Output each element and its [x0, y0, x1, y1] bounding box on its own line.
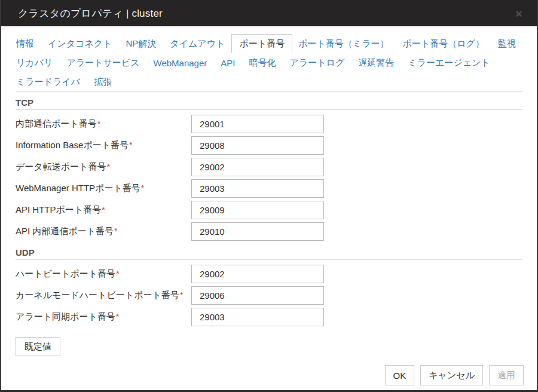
ok-button[interactable]: OK [385, 365, 415, 385]
field-label: ハートビートポート番号* [16, 268, 191, 280]
tab-item[interactable]: API [221, 53, 235, 72]
field-row: アラート同期ポート番号* [16, 306, 522, 327]
tab-item[interactable]: 遅延警告 [358, 53, 394, 72]
field-label: アラート同期ポート番号* [16, 311, 191, 323]
field-row: API HTTPポート番号* [16, 199, 522, 220]
dialog-title: クラスタのプロパティ | cluster [18, 7, 163, 20]
field-row: データ転送ポート番号* [16, 156, 522, 177]
field-group: 内部通信ポート番号*Information Baseポート番号*データ転送ポート… [16, 113, 522, 242]
tab-item[interactable]: アラートログ [289, 53, 344, 72]
required-asterisk: * [114, 226, 117, 236]
required-asterisk: * [141, 183, 144, 193]
tab-item[interactable]: ポート番号（ミラー） [298, 34, 389, 53]
field-row: WebManager HTTPポート番号* [16, 177, 522, 199]
tab-item[interactable]: ミラードライバ [16, 72, 80, 91]
tab-item[interactable]: リカバリ [16, 53, 53, 72]
required-asterisk: * [129, 140, 132, 150]
field-row: 内部通信ポート番号* [16, 113, 522, 134]
field-label: API 内部通信ポート番号* [16, 226, 191, 237]
required-asterisk: * [116, 269, 119, 278]
port-number-input[interactable] [191, 308, 324, 326]
tab-item[interactable]: 監視 [498, 34, 516, 53]
port-number-input[interactable] [191, 222, 324, 241]
apply-button[interactable]: 適用 [489, 365, 524, 385]
tab-item[interactable]: WebManager [154, 53, 207, 72]
field-label: Information Baseポート番号* [16, 140, 191, 151]
close-icon[interactable]: × [512, 6, 526, 21]
port-number-input[interactable] [191, 179, 324, 198]
tab-item[interactable]: アラートサービス [66, 53, 139, 72]
tab-item[interactable]: インタコネクト [48, 34, 112, 53]
field-label: データ転送ポート番号* [16, 161, 191, 173]
port-number-input[interactable] [191, 265, 324, 283]
field-label: カーネルモードハートビートポート番号* [16, 290, 191, 301]
cluster-properties-dialog: クラスタのプロパティ | cluster × 情報インタコネクトNP解決タイムア… [0, 0, 538, 392]
tab-bar: 情報インタコネクトNP解決タイムアウトポート番号ポート番号（ミラー）ポート番号（… [16, 26, 522, 92]
tab-item[interactable]: 拡張 [94, 72, 112, 91]
tab-item[interactable]: NP解決 [126, 34, 156, 53]
tab-row: ミラードライバ拡張 [16, 72, 522, 91]
tab-item[interactable]: 情報 [16, 34, 34, 53]
field-row: ハートビートポート番号* [16, 263, 522, 284]
port-number-input[interactable] [191, 158, 324, 176]
required-asterisk: * [97, 119, 100, 128]
tab-item[interactable]: ポート番号（ログ） [403, 34, 484, 53]
field-label: 内部通信ポート番号* [16, 118, 191, 130]
tab-item[interactable]: 暗号化 [249, 53, 276, 72]
tab-item[interactable]: タイムアウト [170, 34, 225, 53]
required-asterisk: * [116, 312, 119, 321]
cancel-button[interactable]: キャンセル [420, 365, 483, 385]
required-asterisk: * [106, 162, 109, 172]
tab-item-active[interactable]: ポート番号 [231, 34, 292, 53]
field-row: API 内部通信ポート番号* [16, 220, 522, 242]
tab-item[interactable]: ミラーエージェント [408, 53, 490, 72]
footer-button-bar: OK キャンセル 適用 [385, 365, 524, 385]
port-number-input[interactable] [191, 201, 324, 219]
port-number-input[interactable] [191, 136, 324, 155]
field-row: カーネルモードハートビートポート番号* [16, 284, 522, 306]
field-row: Information Baseポート番号* [16, 134, 522, 156]
field-label: API HTTPポート番号* [16, 204, 191, 216]
field-label: WebManager HTTPポート番号* [16, 183, 191, 194]
required-asterisk: * [102, 205, 105, 215]
required-asterisk: * [180, 290, 183, 300]
field-group: ハートビートポート番号*カーネルモードハートビートポート番号*アラート同期ポート… [16, 263, 522, 327]
port-number-input[interactable] [191, 286, 324, 305]
tab-row: リカバリアラートサービスWebManagerAPI暗号化アラートログ遅延警告ミラ… [16, 53, 522, 72]
tab-row: 情報インタコネクトNP解決タイムアウトポート番号ポート番号（ミラー）ポート番号（… [16, 34, 522, 53]
default-values-button[interactable]: 既定値 [16, 337, 60, 356]
port-number-input[interactable] [191, 115, 324, 133]
dialog-content: TCP内部通信ポート番号*Information Baseポート番号*データ転送… [1, 97, 537, 356]
section-heading: UDP [16, 247, 522, 260]
section-heading: TCP [16, 97, 522, 110]
dialog-titlebar: クラスタのプロパティ | cluster × [1, 0, 537, 26]
